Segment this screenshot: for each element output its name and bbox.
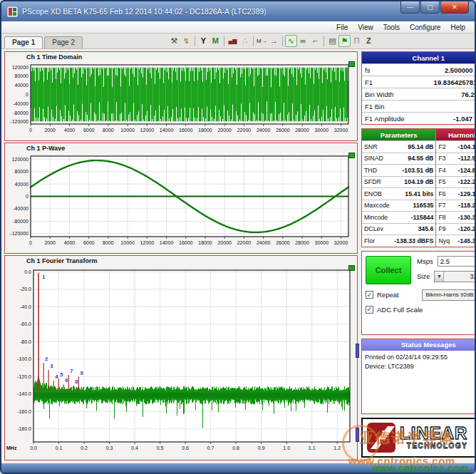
row-label: F1 Bin: [365, 103, 384, 110]
y-scale-icon[interactable]: Y: [197, 35, 209, 47]
histogram-icon[interactable]: ▄▆: [227, 35, 239, 47]
svg-text:0.3: 0.3: [106, 445, 113, 450]
svg-text:26000: 26000: [276, 128, 290, 133]
row-label: Maxcode: [364, 202, 390, 209]
svg-text:0.5: 0.5: [157, 445, 164, 450]
maximize-button[interactable]: ▢: [420, 1, 440, 14]
svg-text:12000: 12000: [140, 240, 155, 245]
svg-text:4000: 4000: [64, 128, 76, 133]
svg-text:-120.0: -120.0: [17, 374, 31, 379]
svg-text:-40.0: -40.0: [20, 304, 31, 309]
adc-full-scale-checkbox[interactable]: ✓: [366, 306, 373, 314]
channel-info-panel: Channel 1 fs2.500000 MspsF119.836425781 …: [361, 51, 476, 125]
msps-label: Msps: [417, 257, 433, 265]
row-value: -129.19 dBc: [458, 190, 476, 197]
fft-plot-box: Ch 1 Fourier Transform 0.00.10.20.30.40.…: [4, 255, 358, 460]
row-label: F3: [438, 155, 445, 162]
row-label: fs: [365, 66, 370, 74]
tab-page-2[interactable]: Page 2: [44, 36, 83, 48]
splitter-handle[interactable]: [356, 344, 359, 358]
table-row: DCLev345.6: [362, 223, 435, 235]
app-icon: [7, 6, 18, 17]
chevron-down-icon[interactable]: ▼: [435, 272, 444, 282]
svg-text:0: 0: [26, 194, 29, 199]
svg-text:40000: 40000: [15, 182, 29, 187]
svg-text:12000: 12000: [140, 128, 155, 133]
toolbar-separator: [282, 36, 283, 46]
scatter-plot-icon[interactable]: ∴: [239, 35, 251, 47]
status-header: Status Messages: [362, 339, 476, 351]
repeat-checkbox[interactable]: ✓: [366, 291, 373, 299]
export-data-icon[interactable]: ▤: [326, 35, 338, 47]
size-dropdown[interactable]: ▼ 32768: [434, 271, 476, 282]
svg-text:32000: 32000: [334, 128, 348, 133]
toolbar-separator: [195, 36, 195, 46]
row-label: SFDR: [364, 178, 381, 185]
row-value: -122.21 dBc: [458, 178, 476, 185]
pwave-plot[interactable]: 0200040006000800010000120001400016000180…: [5, 153, 357, 252]
row-value: 94.55 dB: [408, 155, 433, 162]
svg-text:32000: 32000: [334, 240, 348, 245]
time-domain-plot[interactable]: 0200040006000800010000120001400016000180…: [5, 62, 357, 140]
svg-text:0.9: 0.9: [258, 445, 265, 450]
parameters-header: Parameters: [362, 129, 435, 140]
eye-diagram-icon[interactable]: ∞: [297, 35, 309, 47]
size-label: Size: [417, 272, 430, 280]
measurements-panel: Parameters SNR95.14 dBSINAD94.55 dBTHD-1…: [361, 128, 476, 247]
svg-text:0.8: 0.8: [232, 445, 239, 450]
time-domain-view-icon[interactable]: ∿: [285, 35, 297, 47]
table-row: SNR95.14 dB: [362, 140, 435, 153]
averaging-icon[interactable]: →: [268, 35, 280, 47]
svg-text:16000: 16000: [179, 240, 193, 245]
title-bar[interactable]: PScope XD BETA K75-65 Feb 12 2014 10:44:…: [1, 1, 475, 21]
table-row: Maxcode116535: [362, 200, 435, 212]
minimize-button[interactable]: —: [400, 1, 420, 14]
svg-text:1.2: 1.2: [333, 445, 341, 450]
menu-view[interactable]: View: [353, 23, 378, 32]
fft-plot[interactable]: 0.00.10.20.30.40.50.60.70.80.91.01.11.20…: [5, 266, 357, 459]
multi-trace-icon[interactable]: M: [209, 35, 222, 47]
series-legend-swatch: [348, 61, 355, 67]
splitter-handle[interactable]: [356, 428, 359, 442]
table-row: SINAD94.55 dB: [362, 153, 435, 165]
filter-icon[interactable]: Π: [351, 35, 363, 47]
persistence-icon[interactable]: ⌐: [309, 35, 321, 47]
svg-text:-20.0: -20.0: [20, 287, 31, 292]
row-label: F5: [438, 178, 445, 185]
svg-text:18000: 18000: [198, 240, 212, 245]
msps-input[interactable]: [438, 256, 476, 267]
tab-page-1[interactable]: Page 1: [4, 36, 43, 48]
row-label: DCLev: [364, 225, 383, 232]
svg-text:3: 3: [50, 363, 53, 369]
svg-text:120000: 120000: [12, 157, 29, 162]
row-label: Bin Width: [365, 91, 394, 98]
row-label: ENOB: [364, 190, 382, 197]
row-value: 345.6: [418, 225, 433, 232]
svg-text:2000: 2000: [44, 240, 56, 245]
close-button[interactable]: ✕: [440, 1, 469, 14]
menu-help[interactable]: Help: [445, 23, 470, 32]
table-row: SFDR104.19 dB: [362, 176, 435, 188]
svg-text:22000: 22000: [237, 240, 252, 245]
menu-tools[interactable]: Tools: [378, 23, 405, 32]
row-value: 19.836425781 KHz: [434, 78, 476, 86]
toolbar-separator: [324, 36, 324, 46]
stimulus-icon[interactable]: ↯: [180, 35, 192, 47]
print-icon[interactable]: ⚑: [338, 35, 351, 47]
window-dropdown[interactable]: Blkmn-Harris 92dB ▼: [422, 289, 476, 301]
channel-row: fs2.500000 Msps: [362, 63, 476, 76]
collect-button[interactable]: Collect: [366, 256, 411, 284]
channel-rows: fs2.500000 MspsF119.836425781 KHzBin Wid…: [362, 63, 476, 124]
zoom-tool-icon[interactable]: Z: [363, 35, 375, 47]
probe-tools-icon[interactable]: ⚒: [168, 35, 180, 47]
max-hold-icon[interactable]: M→: [256, 35, 268, 47]
logo-line1: LINEAR: [400, 425, 467, 442]
menu-file[interactable]: File: [331, 23, 353, 32]
svg-text:0.6: 0.6: [182, 445, 189, 450]
window-bottom-border: [1, 463, 475, 473]
plot-title: Ch 1 Fourier Transform: [26, 257, 357, 266]
svg-text:0.2: 0.2: [81, 445, 88, 450]
menu-configure[interactable]: Configure: [405, 23, 445, 32]
table-row: F7-118.20 dBc: [436, 200, 476, 212]
table-row: F8-130.33 dBc: [436, 211, 476, 223]
